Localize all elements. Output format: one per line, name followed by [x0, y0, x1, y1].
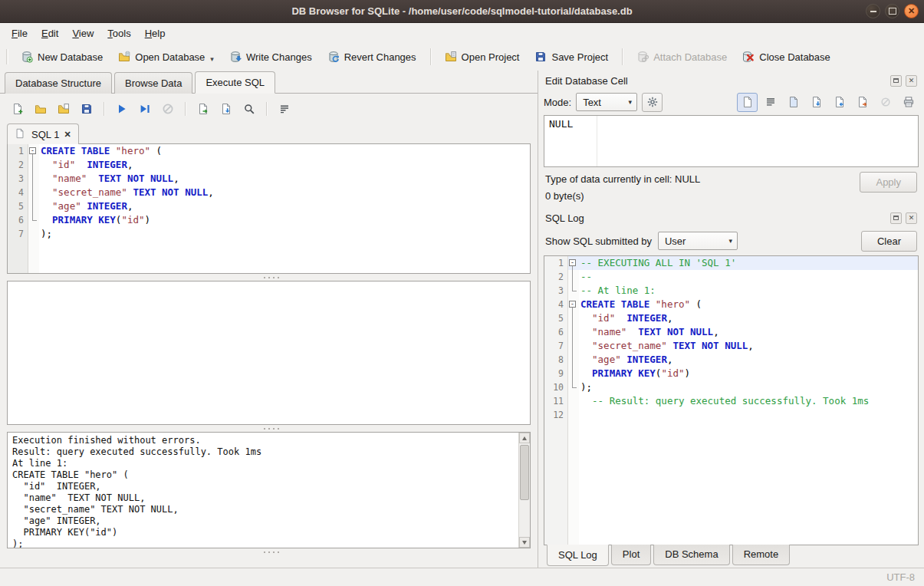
open-database-button[interactable]: Open Database▾ [110, 46, 222, 67]
editor-results-splitter[interactable] [7, 274, 531, 281]
scrollbar[interactable] [518, 433, 530, 548]
save-results-button[interactable] [215, 100, 236, 119]
open-project-button[interactable]: Open Project [437, 46, 528, 67]
save-project-icon [534, 51, 547, 63]
close-tab-icon[interactable]: ✕ [64, 130, 71, 140]
export-results-button[interactable] [192, 100, 213, 119]
clear-log-button[interactable]: Clear [861, 231, 917, 252]
scroll-thumb[interactable] [520, 445, 529, 500]
close-dock-icon[interactable]: ✕ [906, 75, 917, 87]
attach-database-icon [636, 51, 649, 63]
import-data-button[interactable] [829, 93, 850, 112]
log-filter-select[interactable]: User ▾ [658, 232, 738, 250]
tab-sql-log[interactable]: SQL Log [547, 545, 609, 566]
menu-file[interactable]: File [5, 25, 35, 42]
dropdown-caret-icon[interactable]: ▾ [210, 55, 214, 63]
fold-column [567, 270, 578, 284]
tab-remote[interactable]: Remote [732, 545, 791, 565]
code-text: "name" TEXT NOT NULL, [38, 172, 179, 186]
doc-blue-icon [788, 96, 800, 108]
undock-icon[interactable] [890, 212, 902, 224]
tab-execute-sql[interactable]: Execute SQL [195, 71, 275, 94]
main-tab-bar: Database StructureBrowse DataExecute SQL [0, 71, 538, 94]
fold-marker-icon[interactable]: - [28, 144, 38, 158]
write-changes-button[interactable]: Write Changes [222, 46, 320, 67]
save-data-button[interactable] [806, 93, 827, 112]
menu-help[interactable]: Help [138, 25, 173, 42]
sql-tab[interactable]: SQL 1 ✕ [7, 123, 79, 144]
close-dock-icon[interactable]: ✕ [906, 212, 917, 224]
close-window-icon[interactable] [904, 4, 919, 18]
sql-log-controls: Show SQL submitted by User ▾ Clear [544, 226, 919, 255]
line-number: 6 [8, 213, 28, 227]
tab-database-structure[interactable]: Database Structure [5, 72, 112, 94]
title-bar[interactable]: DB Browser for SQLite - /home/user/code/… [0, 0, 924, 23]
code-line: 6 PRIMARY KEY("id") [8, 213, 530, 227]
execute-sql-page: SQL 1 ✕ 1-CREATE TABLE "hero" (2 "id" IN… [0, 94, 538, 568]
line-number: 12 [544, 408, 567, 422]
menu-tools[interactable]: Tools [100, 25, 137, 42]
exec-log-text: Execution finished without errors. Resul… [8, 433, 530, 548]
code-line: 4 "secret_name" TEXT NOT NULL, [8, 186, 530, 199]
mode-select[interactable]: Text ▾ [576, 93, 637, 111]
print-cell-button[interactable] [898, 93, 919, 112]
toggle-results-view-button[interactable] [274, 100, 294, 119]
line-number: 3 [544, 284, 567, 298]
minimize-icon[interactable] [866, 4, 880, 18]
line-number: 2 [544, 270, 567, 284]
fold-column [28, 227, 38, 241]
new-database-button[interactable]: New Database [13, 46, 110, 67]
open-project-button-label: Open Project [462, 51, 520, 63]
copy-data-button[interactable] [783, 93, 804, 112]
execute-all-button[interactable] [111, 100, 132, 119]
menu-edit[interactable]: Edit [35, 25, 65, 42]
cell-editor[interactable]: NULL [544, 115, 919, 167]
toolbar-handle[interactable] [6, 49, 8, 64]
execution-log[interactable]: Execution finished without errors. Resul… [7, 432, 531, 548]
open-sql-file-button[interactable] [30, 100, 51, 119]
cell-info: Type of data currently in cell: NULL 0 b… [544, 167, 919, 209]
code-line: 10); [544, 380, 918, 394]
results-grid[interactable] [7, 281, 531, 425]
results-log-splitter[interactable] [7, 425, 531, 432]
bottom-splitter[interactable] [7, 548, 531, 555]
export-data-button[interactable] [852, 93, 873, 112]
toolbar-separator [430, 48, 431, 65]
execute-current-line-button[interactable] [134, 100, 155, 119]
word-wrap-button[interactable] [760, 93, 781, 112]
revert-changes-button[interactable]: Revert Changes [320, 46, 424, 67]
write-changes-icon [229, 51, 242, 63]
sql-editor-toolbar [7, 97, 531, 120]
open-sql-file-new-tab-button[interactable] [53, 100, 74, 119]
scroll-up-icon[interactable] [519, 433, 530, 443]
save-sql-file-button[interactable] [76, 100, 97, 119]
new-sql-tab-button[interactable] [7, 100, 28, 119]
encoding-indicator[interactable]: UTF-8 [886, 571, 915, 583]
tab-browse-data[interactable]: Browse Data [114, 72, 192, 94]
code-text: CREATE TABLE "hero" ( [578, 298, 702, 311]
sql-log-view[interactable]: 1--- EXECUTING ALL IN 'SQL 1'2--3-- At l… [544, 255, 919, 545]
fold-marker-icon[interactable]: - [567, 256, 578, 270]
fold-column [28, 213, 38, 227]
line-number: 7 [544, 339, 567, 353]
find-replace-button[interactable] [238, 100, 259, 119]
fold-marker-icon[interactable]: - [567, 298, 578, 311]
stop-execution-button [157, 100, 178, 119]
save-project-button-label: Save Project [551, 51, 608, 63]
fold-column [567, 380, 578, 394]
code-line: 7 "secret_name" TEXT NOT NULL, [544, 339, 918, 353]
menu-view[interactable]: View [65, 25, 100, 42]
tab-plot[interactable]: Plot [611, 545, 651, 565]
code-line: 4-CREATE TABLE "hero" ( [544, 298, 918, 311]
maximize-icon[interactable] [885, 4, 899, 18]
text-view-button[interactable] [737, 93, 758, 112]
close-database-button[interactable]: Close Database [735, 46, 838, 67]
save-project-button[interactable]: Save Project [527, 46, 616, 67]
tab-db-schema[interactable]: DB Schema [653, 545, 729, 565]
apply-settings-button[interactable] [642, 93, 663, 112]
code-line: 1-CREATE TABLE "hero" ( [8, 144, 530, 158]
toolbar-separator [622, 48, 623, 65]
sql-editor[interactable]: 1-CREATE TABLE "hero" (2 "id" INTEGER,3 … [7, 143, 531, 274]
undock-icon[interactable] [890, 75, 902, 87]
scroll-down-icon[interactable] [519, 537, 530, 548]
